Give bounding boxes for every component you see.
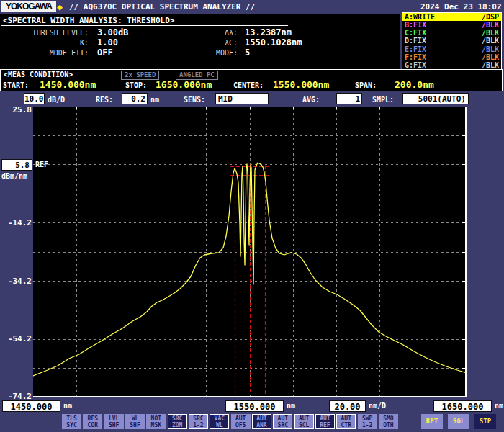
start-value[interactable]: 1450.000nm — [40, 79, 96, 90]
toolbar-button-src-zom[interactable]: SRCZOM — [168, 414, 187, 429]
meas-condition-panel: <MEAS CONDITION> 2x SPEED ANGLED PC STAR… — [0, 69, 503, 91]
res-unit: nm — [150, 96, 159, 104]
x-start-unit: nm — [63, 402, 72, 410]
center-value[interactable]: 1550.000nm — [273, 79, 329, 90]
sweep-button-sgl[interactable]: SGL — [448, 414, 469, 429]
datetime: 2024 Dec 23 18:02 — [420, 2, 502, 12]
analysis-row: MODE FIT: OFF MODE: 5 — [0, 48, 400, 58]
button-label-bottom: MSK — [151, 422, 161, 428]
stop-value[interactable]: 1650.000nm — [156, 79, 212, 90]
center-label: CENTER: — [233, 81, 264, 89]
trace-display-mode: /BLK — [482, 45, 499, 53]
trace-display-mode: /BLK — [482, 53, 499, 61]
toolbar-button-lvl-shf[interactable]: LVLSHF — [104, 414, 124, 429]
x-stop-field[interactable]: 1650.000 — [433, 400, 492, 412]
button-label-top: AUT — [299, 415, 309, 422]
button-label-bottom: SHF — [109, 422, 119, 428]
speed-2x-badge: 2x SPEED — [121, 71, 159, 80]
button-label-bottom: 1-2 — [193, 422, 203, 428]
sens-label: SENS: — [184, 96, 205, 104]
trace-row-b[interactable]: B:FIX/BLK — [402, 21, 501, 29]
trace-row-c[interactable]: C:FIX/BLK — [402, 29, 501, 37]
ref-level-field[interactable]: 5.8 — [1, 159, 32, 171]
level-scale-unit: dB/D — [48, 96, 65, 104]
button-label-top: AUT — [320, 415, 330, 422]
trace-row-d[interactable]: D:FIX/BLK — [402, 37, 501, 45]
button-label-top: SRC — [193, 415, 203, 422]
trace-row-f[interactable]: F:FIX/BLK — [402, 53, 501, 61]
y-tick-top: 25.8 — [0, 105, 32, 114]
toolbar-button-aut-scl[interactable]: AUTSCL — [294, 414, 314, 429]
toolbar-button-swp-1-2[interactable]: SWP1-2 — [358, 414, 377, 429]
lambda-c-value: 1550.1028nm — [245, 37, 302, 48]
res-label: RES: — [96, 96, 113, 104]
toolbar-button-aut-ref[interactable]: AUTREF — [315, 414, 335, 429]
y-axis-unit: dBm/nm — [1, 172, 27, 180]
x-start-field[interactable]: 1450.000 — [2, 400, 60, 412]
thresh-level-value: 3.00dB — [97, 27, 184, 37]
toolbar-button-vac-wl[interactable]: VACWL — [210, 414, 229, 429]
stop-label: STOP: — [125, 81, 147, 89]
toolbar-button-wl-shf[interactable]: WLSHF — [125, 414, 145, 429]
trace-row-a[interactable]: A:WRITE/DSP — [402, 13, 501, 21]
lambda-c-label: λC: — [202, 39, 238, 47]
toolbar-button-res-cor[interactable]: RESCOR — [83, 414, 102, 429]
analysis-panel: <SPECTRAL WIDTH ANALYSIS: THRESHOLD> THR… — [0, 14, 400, 69]
button-label-bottom: ANA — [256, 422, 266, 428]
button-label-top: SRC — [172, 415, 182, 422]
button-label-bottom: OTH — [383, 422, 393, 428]
smpl-field[interactable]: 5001(AUTO) — [402, 93, 469, 104]
sens-field[interactable]: MID — [215, 93, 269, 104]
button-label-top: VAC — [215, 415, 225, 422]
toolbar-button-smo-oth[interactable]: SMOOTH — [379, 414, 398, 429]
level-scale-field[interactable]: 10.0 — [24, 93, 45, 104]
trace-row-g[interactable]: G:FIX/BLK — [402, 61, 501, 69]
mode-label: MODE: — [202, 49, 238, 57]
button-label-bottom: SHF — [130, 422, 140, 428]
button-label-top: WL — [132, 415, 139, 422]
trace-name: A:WRITE — [405, 13, 435, 21]
sweep-button-stp[interactable]: STP — [474, 414, 496, 429]
button-label-top: AUT — [341, 415, 351, 422]
mode-fit-value: OFF — [97, 48, 184, 58]
y-tick-m14: -14.2 — [0, 218, 32, 228]
window-title: // AQ6370C OPTICAL SPECTRUM ANALYZER // — [69, 2, 255, 12]
delta-lambda-value: 13.2387nm — [245, 27, 292, 37]
trace-name: D:FIX — [405, 37, 426, 45]
analysis-row: THRESH LEVEL: 3.00dB Δλ: 13.2387nm — [0, 27, 400, 37]
k-label: K: — [0, 39, 89, 47]
span-label: SPAN: — [355, 81, 377, 89]
trace-name: E:FIX — [405, 45, 426, 53]
span-value[interactable]: 200.0nm — [395, 79, 434, 90]
toolbar-button-aut-ctr[interactable]: AUTCTR — [336, 414, 356, 429]
toolbar-button-aut-ofs[interactable]: AUTOFS — [231, 414, 251, 429]
toolbar-button-aut-ana[interactable]: AUTANA — [252, 414, 271, 429]
ref-tag: REF — [35, 161, 48, 168]
toolbar-button-noi-msk[interactable]: NOIMSK — [146, 414, 166, 429]
spectrum-plot — [33, 107, 467, 397]
button-label-bottom: COR — [88, 422, 98, 428]
button-label-top: AUT — [278, 415, 288, 422]
analysis-heading: <SPECTRAL WIDTH ANALYSIS: THRESHOLD> — [3, 16, 174, 25]
sweep-button-rpt[interactable]: RPT — [421, 414, 443, 429]
button-label-top: RES — [88, 415, 98, 422]
smpl-label: SMPL: — [372, 96, 394, 104]
x-center-unit: nm — [287, 402, 295, 410]
avg-field[interactable]: 1 — [336, 93, 362, 104]
y-tick-m54: -54.2 — [0, 334, 32, 343]
trace-display-mode: /DSP — [482, 13, 499, 21]
toolbar-button-src-1-2[interactable]: SRC1-2 — [189, 414, 208, 429]
trace-display-mode: /BLK — [482, 37, 499, 45]
res-field[interactable]: 0.2 — [122, 93, 148, 104]
x-scale-unit: nm/D — [369, 402, 386, 410]
x-center-field[interactable]: 1550.000 — [225, 400, 284, 412]
x-scale-field[interactable]: 20.00 — [329, 400, 366, 412]
k-value: 1.00 — [97, 37, 184, 48]
trace-name: C:FIX — [405, 29, 426, 37]
toolbar-button-tls-syc[interactable]: TLSSYC — [62, 414, 81, 429]
toolbar-button-aut-src[interactable]: AUTSRC — [273, 414, 292, 429]
osa-screen: YOKOGAWA ◆ // AQ6370C OPTICAL SPECTRUM A… — [0, 0, 504, 432]
trace-row-e[interactable]: E:FIX/BLK — [402, 45, 501, 53]
thresh-level-label: THRESH LEVEL: — [0, 29, 89, 37]
trace-status-box: A:WRITE/DSPB:FIX/BLKC:FIX/BLKD:FIX/BLKE:… — [402, 12, 502, 70]
